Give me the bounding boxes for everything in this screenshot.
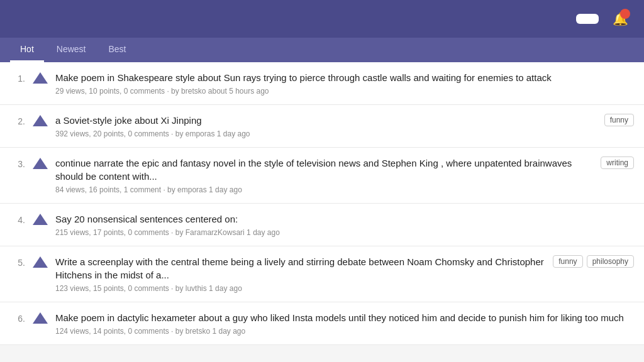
post-row: Make poem in dactylic hexameter about a … bbox=[55, 311, 634, 327]
post-meta: 123 views, 15 points, 0 comments · by lu… bbox=[55, 284, 634, 293]
post-row: Make poem in Shakespeare style about Sun… bbox=[55, 71, 634, 87]
post-tag[interactable]: funny bbox=[553, 255, 582, 268]
post-tag[interactable]: funny bbox=[604, 114, 634, 126]
post-body: a Soviet-style joke about Xi Jinping fun… bbox=[55, 114, 634, 138]
upvote-button[interactable] bbox=[33, 156, 48, 169]
post-row: Write a screenplay with the central them… bbox=[55, 255, 634, 284]
upvote-button[interactable] bbox=[33, 212, 48, 225]
post-meta: 392 views, 20 points, 0 comments · by em… bbox=[55, 129, 634, 138]
upvote-button[interactable] bbox=[33, 71, 48, 84]
post-number: 6. bbox=[10, 311, 25, 324]
notification-button[interactable]: 🔔 bbox=[609, 8, 631, 30]
upvote-button[interactable] bbox=[33, 311, 48, 324]
post-tags: funnyphilosophy bbox=[553, 255, 634, 268]
notification-badge bbox=[620, 9, 630, 19]
post-body: Make poem in dactylic hexameter about a … bbox=[55, 311, 634, 336]
post-meta: 215 views, 17 points, 0 comments · by Fa… bbox=[55, 228, 634, 237]
post-item: 5. Write a screenplay with the central t… bbox=[0, 246, 644, 302]
post-item: 4. Say 20 nonsensical sentences centered… bbox=[0, 204, 644, 246]
post-title[interactable]: Say 20 nonsensical sentences centered on… bbox=[55, 212, 238, 226]
upvote-triangle-icon bbox=[33, 115, 48, 126]
upvote-button[interactable] bbox=[33, 255, 48, 268]
post-title[interactable]: Write a screenplay with the central them… bbox=[55, 255, 548, 282]
post-row: Say 20 nonsensical sentences centered on… bbox=[55, 212, 634, 228]
header: 🔔 bbox=[0, 0, 644, 38]
post-title[interactable]: Make poem in dactylic hexameter about a … bbox=[55, 311, 624, 324]
post-title[interactable]: Make poem in Shakespeare style about Sun… bbox=[55, 71, 552, 84]
upvote-triangle-icon bbox=[33, 72, 48, 84]
post-meta: 84 views, 16 points, 1 comment · by empo… bbox=[55, 185, 634, 194]
post-tags: writing bbox=[601, 156, 634, 169]
post-title[interactable]: continue narrate the epic and fantasy no… bbox=[55, 156, 596, 183]
post-item: 1. Make poem in Shakespeare style about … bbox=[0, 62, 644, 105]
post-body: Say 20 nonsensical sentences centered on… bbox=[55, 212, 634, 237]
post-number: 2. bbox=[10, 114, 25, 126]
post-meta: 29 views, 10 points, 0 comments · by bre… bbox=[55, 87, 634, 96]
tab-hot[interactable]: Hot bbox=[10, 38, 44, 62]
post-body: Write a screenplay with the central them… bbox=[55, 255, 634, 293]
post-body: continue narrate the epic and fantasy no… bbox=[55, 156, 634, 194]
post-row: a Soviet-style joke about Xi Jinping fun… bbox=[55, 114, 634, 129]
post-body: Make poem in Shakespeare style about Sun… bbox=[55, 71, 634, 96]
post-meta: 124 views, 14 points, 0 comments · by br… bbox=[55, 327, 634, 336]
tab-best[interactable]: Best bbox=[98, 38, 136, 62]
post-item: 6. Make poem in dactylic hexameter about… bbox=[0, 302, 644, 345]
signup-button[interactable] bbox=[576, 14, 599, 24]
tab-newest[interactable]: Newest bbox=[47, 38, 96, 62]
post-number: 5. bbox=[10, 255, 25, 268]
post-tags: funny bbox=[604, 114, 634, 126]
post-title[interactable]: a Soviet-style joke about Xi Jinping bbox=[55, 114, 202, 127]
upvote-button[interactable] bbox=[33, 114, 48, 126]
nav-tabs: Hot Newest Best bbox=[0, 38, 644, 62]
post-item: 2. a Soviet-style joke about Xi Jinping … bbox=[0, 105, 644, 148]
upvote-triangle-icon bbox=[33, 158, 48, 169]
login-button[interactable] bbox=[551, 15, 566, 23]
post-tag[interactable]: philosophy bbox=[587, 255, 634, 268]
upvote-triangle-icon bbox=[33, 312, 48, 324]
post-number: 3. bbox=[10, 156, 25, 169]
upvote-triangle-icon bbox=[33, 256, 48, 268]
post-item: 3. continue narrate the epic and fantasy… bbox=[0, 148, 644, 204]
post-number: 1. bbox=[10, 71, 25, 84]
post-number: 4. bbox=[10, 212, 25, 225]
posts-list: 1. Make poem in Shakespeare style about … bbox=[0, 62, 644, 345]
post-row: continue narrate the epic and fantasy no… bbox=[55, 156, 634, 185]
post-tag[interactable]: writing bbox=[601, 156, 634, 169]
upvote-triangle-icon bbox=[33, 214, 48, 225]
